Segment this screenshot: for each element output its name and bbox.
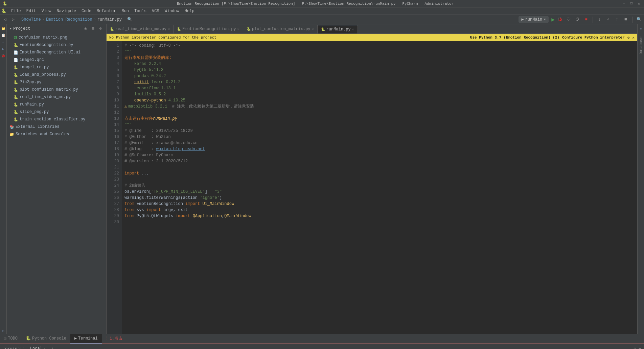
menu-navigate[interactable]: Navigate <box>54 7 79 15</box>
menu-help[interactable]: Help <box>182 7 197 15</box>
tree-item-slice_png-py[interactable]: 🐍slice_png.py <box>7 108 106 116</box>
tab-terminal[interactable]: ▶ Terminal <box>70 334 102 344</box>
toolbar-back-btn[interactable]: ◁ <box>1 16 9 23</box>
toolbar-forward-btn[interactable]: ▷ <box>9 16 17 23</box>
tree-item-Pic2py-py[interactable]: 🐍Pic2py.py <box>7 78 106 86</box>
project-tree: 🖼confusion_matrix.png🐍EmotionRecongnitio… <box>7 33 106 334</box>
menu-view[interactable]: View <box>39 7 54 15</box>
terminal-label: Terminal: <box>3 347 25 349</box>
coverage-button[interactable]: 🛡 <box>565 16 572 23</box>
tree-file-name: image1_rc.py <box>20 65 49 70</box>
run-icon-left[interactable]: ▶ <box>0 46 6 52</box>
tab-emotion-recon[interactable]: 🐍 EmotionRecongnition.py ✕ <box>174 25 243 33</box>
tab-todo-label: TODO <box>8 336 18 341</box>
terminal-gear-icon[interactable]: ⚙ <box>634 346 636 349</box>
tree-item-real_time_video_me-py[interactable]: 🐍real_time_video_me.py <box>7 93 106 101</box>
toolbar-sep1 <box>19 17 19 23</box>
tab-close-1[interactable]: ✕ <box>237 27 239 31</box>
tree-file-icon: 🐍 <box>14 65 18 70</box>
menu-vcs[interactable]: VCS <box>149 7 162 15</box>
project-icon[interactable]: 📁 <box>0 26 6 32</box>
tab-python-console[interactable]: 🐍 Python Console <box>22 334 70 344</box>
tree-item-runMain-py[interactable]: 🐍runMain.py <box>7 101 106 108</box>
project-settings-btn[interactable]: ⚙ <box>97 26 104 32</box>
tab-python-console-label: Python Console <box>32 336 66 341</box>
tree-item-plot_confusion_matrix-py[interactable]: 🐍plot_confusion_matrix.py <box>7 86 106 93</box>
terminal-add-button[interactable]: + <box>51 346 54 349</box>
tree-file-name: load_and_process.py <box>20 72 66 77</box>
vcs-push-btn[interactable]: ↑ <box>613 16 621 23</box>
maximize-button[interactable]: □ <box>629 1 634 6</box>
menu-file[interactable]: File <box>8 7 24 15</box>
run-config-selector[interactable]: ▶ runMain ▾ <box>519 16 549 23</box>
debug-button[interactable]: 🐞 <box>556 16 564 23</box>
tree-item-train_emotion_classifier-py[interactable]: 🐍train_emotion_classifier.py <box>7 116 106 123</box>
minimize-button[interactable]: ─ <box>622 1 626 6</box>
tab-click[interactable]: ! 1.点击 <box>102 334 127 344</box>
tree-item-load_and_process-py[interactable]: 🐍load_and_process.py <box>7 71 106 78</box>
code-editor[interactable]: 12345 678910 1112131415 1617181920 21222… <box>107 41 637 334</box>
terminal-minimize-icon[interactable]: ─ <box>639 346 641 349</box>
tab-run-main[interactable]: 🐍 runMain.py ✕ <box>318 25 358 33</box>
tree-item-EmotionRecongnition_UI-ui[interactable]: 📄EmotionRecongnition_UI.ui <box>7 49 106 56</box>
tab-close-2[interactable]: ✕ <box>312 27 314 31</box>
menu-window[interactable]: Window <box>162 7 182 15</box>
configure-interpreter-link[interactable]: Configure Python interpreter <box>562 36 625 40</box>
local-tab-close[interactable]: ✕ <box>44 347 46 349</box>
structure-icon[interactable]: 📋 <box>0 32 6 39</box>
tree-file-icon: 🖼 <box>14 36 17 40</box>
todo-icon: ☑ <box>4 336 6 341</box>
tree-item-EmotionRecongnition-py[interactable]: 🐍EmotionRecongnition.py <box>7 41 106 49</box>
tab-plot-confusion[interactable]: 🐍 plot_confusion_matrix.py ✕ <box>243 25 318 33</box>
tree-file-icon: 🐍 <box>14 88 18 92</box>
toolbar-terminal-btn[interactable]: ⊞ <box>622 16 629 23</box>
tree-file-icon: 🐍 <box>14 73 18 77</box>
notification-text: No Python interpreter configured for the… <box>109 36 216 40</box>
profile-button[interactable]: ⏱ <box>574 16 581 23</box>
tab-icon-1: 🐍 <box>177 27 181 31</box>
debug-icon-left[interactable]: 🐞 <box>0 53 6 59</box>
favorites-icon[interactable]: ☆ <box>0 39 6 45</box>
tree-item-Scratches and Consoles[interactable]: 📁Scratches and Consoles <box>7 131 106 138</box>
terminal-icon-left[interactable]: ⊞ <box>0 328 6 334</box>
tab-real-time-video[interactable]: 🐍 real_time_video_me.py ✕ <box>107 25 174 33</box>
terminal-local-tab[interactable]: Local ✕ <box>27 345 48 349</box>
toolbar-search-btn[interactable]: 🔍 <box>126 16 134 23</box>
code-content[interactable]: # -*- coding: utf-8 -*- """ 运行本项目需要安装的库:… <box>122 41 637 334</box>
notification-gear-icon[interactable]: ⚙ <box>627 36 630 40</box>
menu-tools[interactable]: Tools <box>132 7 149 15</box>
stop-button[interactable]: ■ <box>582 16 590 23</box>
tree-item-External Libraries[interactable]: 📚External Libraries <box>7 123 106 131</box>
close-button[interactable]: ✕ <box>637 1 641 6</box>
tree-file-name: plot_confusion_matrix.py <box>20 87 78 92</box>
menu-code[interactable]: Code <box>79 7 94 15</box>
project-chevron[interactable]: ▾ <box>9 26 12 31</box>
breadcrumb: ShowTime › Emotion Recognition › runMain… <box>21 17 122 22</box>
menu-run[interactable]: Run <box>119 7 132 15</box>
breadcrumb-module[interactable]: Emotion Recognition <box>46 17 92 22</box>
breadcrumb-file[interactable]: runMain.py <box>97 17 122 22</box>
menu-edit[interactable]: Edit <box>24 7 39 15</box>
database-sidebar-tab[interactable]: Database <box>638 35 644 56</box>
tree-item-image1_rc-py[interactable]: 🐍image1_rc.py <box>7 64 106 71</box>
tab-click-label: 1.点击 <box>110 335 122 341</box>
tree-item-confusion_matrix-png[interactable]: 🖼confusion_matrix.png <box>7 34 106 41</box>
right-icon-1[interactable]: ≡ <box>638 26 644 32</box>
use-python-link[interactable]: Use Python 3.7 (Emotion Recognition) (2) <box>470 36 559 40</box>
tree-file-icon: 🐍 <box>14 80 18 85</box>
tree-item-image1-qrc[interactable]: 📄image1.qrc <box>7 56 106 64</box>
vcs-commit-btn[interactable]: ✓ <box>604 16 612 23</box>
project-locate-btn[interactable]: ◉ <box>83 26 89 32</box>
project-collapse-btn[interactable]: ⊟ <box>90 26 96 32</box>
tab-close-3[interactable]: ✕ <box>352 27 354 31</box>
menu-refactor[interactable]: Refactor <box>94 7 119 15</box>
app-icon: 🐍 <box>3 1 7 6</box>
breadcrumb-project[interactable]: ShowTime <box>21 17 41 22</box>
tab-todo[interactable]: ☑ TODO <box>0 334 22 344</box>
vcs-update-btn[interactable]: ↓ <box>596 16 603 23</box>
toolbar-global-search[interactable]: 🔍 <box>635 16 643 23</box>
run-button[interactable]: ▶ <box>551 16 555 23</box>
local-tab-label: Local <box>30 346 42 349</box>
notification-close-icon[interactable]: ✕ <box>632 36 635 40</box>
tab-close-0[interactable]: ✕ <box>168 27 170 31</box>
